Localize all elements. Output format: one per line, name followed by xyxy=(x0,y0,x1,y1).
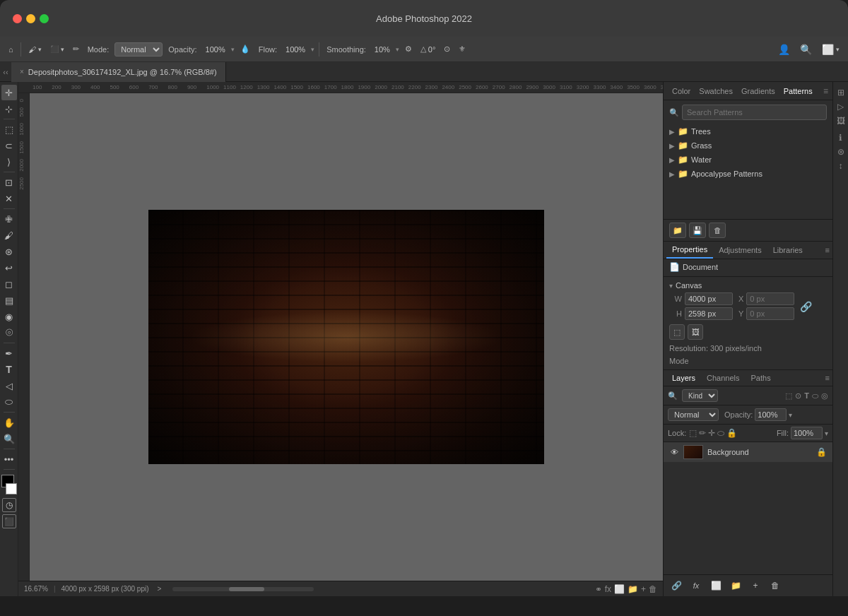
mask-icon[interactable]: ⬜ xyxy=(614,584,625,594)
workspace-menu[interactable]: ⬜ ▾ xyxy=(819,42,842,57)
hand-tool[interactable]: ✋ xyxy=(1,415,17,430)
lock-artboard-icon[interactable]: ⬭ xyxy=(717,428,724,438)
tab-properties[interactable]: Properties xyxy=(666,242,713,259)
delete-pattern-btn[interactable]: 🗑 xyxy=(709,223,726,238)
lock-transparent-icon[interactable]: ⬚ xyxy=(689,428,697,438)
link-chain-icon[interactable]: ⚭ xyxy=(595,584,602,594)
save-pattern-btn[interactable]: 💾 xyxy=(689,223,706,238)
filter-smart-icon[interactable]: ◎ xyxy=(821,391,828,401)
tab-color[interactable]: Color xyxy=(668,84,695,98)
artboard-tool[interactable]: ⊹ xyxy=(1,101,17,117)
tab-swatches[interactable]: Swatches xyxy=(695,84,737,98)
close-button[interactable] xyxy=(13,14,22,23)
layer-fx-btn[interactable]: fx xyxy=(688,578,705,593)
opacity-input[interactable] xyxy=(755,408,787,421)
right-icon-5[interactable]: ⊛ xyxy=(835,146,847,158)
y-input[interactable] xyxy=(746,307,794,320)
panel-collapse[interactable]: ‹‹ xyxy=(0,62,11,81)
quick-mask-icon[interactable]: ◷ xyxy=(2,498,16,512)
home-button[interactable]: ⌂ xyxy=(6,44,16,55)
properties-panel-menu[interactable]: ≡ xyxy=(825,246,830,254)
smoothing-settings[interactable]: ⚙ xyxy=(402,43,415,55)
brush-tool[interactable]: 🖌 xyxy=(1,227,17,243)
pattern-group-grass[interactable]: ▶ 📁 Grass xyxy=(664,138,832,153)
document-tab[interactable]: × Depositphotos_306174192_XL.jpg @ 16.7%… xyxy=(11,62,226,82)
patterns-panel-menu[interactable]: ≡ xyxy=(823,86,828,96)
lasso-tool[interactable]: ⊂ xyxy=(1,138,17,153)
layer-mask-btn[interactable]: ⬜ xyxy=(707,578,724,593)
frame-btn[interactable]: 🖼 xyxy=(688,324,703,340)
type-tool[interactable]: T xyxy=(1,362,17,377)
screen-mode-btn[interactable]: ⬛ xyxy=(2,514,16,528)
status-arrow[interactable]: > xyxy=(158,585,162,593)
new-layer-icon[interactable]: + xyxy=(641,584,646,594)
horizontal-scrollbar-track[interactable] xyxy=(172,587,314,591)
preset-picker[interactable]: ⬛ ▾ xyxy=(47,44,67,54)
color-selector[interactable] xyxy=(0,475,18,494)
history-brush[interactable]: ↩ xyxy=(1,260,17,276)
window-controls[interactable] xyxy=(0,14,49,23)
group-icon[interactable]: 📁 xyxy=(628,584,638,594)
search-button[interactable]: 🔍 xyxy=(797,42,815,57)
tab-close-button[interactable]: × xyxy=(20,68,24,76)
fill-input[interactable] xyxy=(791,427,823,439)
tab-layers[interactable]: Layers xyxy=(666,370,701,386)
lock-all-icon[interactable]: 🔒 xyxy=(726,428,737,438)
right-icon-1[interactable]: ⊞ xyxy=(835,86,847,99)
filter-type-icon[interactable]: T xyxy=(804,391,809,401)
layer-kind-select[interactable]: Kind xyxy=(682,389,718,402)
tab-libraries[interactable]: Libraries xyxy=(767,242,808,258)
artboard-btn[interactable]: ⬚ xyxy=(669,324,685,340)
pattern-group-trees[interactable]: ▶ 📁 Trees xyxy=(664,124,832,138)
tool-icon-btn[interactable]: ✏ xyxy=(70,43,82,55)
angle-tool[interactable]: △ 0° xyxy=(418,43,439,55)
right-icon-2[interactable]: ▷ xyxy=(835,100,847,113)
airbrush-toggle[interactable]: 💧 xyxy=(237,43,253,55)
healing-tool[interactable]: ✙ xyxy=(1,211,17,227)
blend-mode-select[interactable]: Normal Multiply Screen xyxy=(668,408,719,421)
quick-mask-btn[interactable]: ◷ xyxy=(2,498,16,512)
move-tool[interactable]: ✛ xyxy=(1,85,17,100)
link-proportions-icon[interactable]: 🔗 xyxy=(800,301,811,312)
pattern-group-apocalypse[interactable]: ▶ 📁 Apocalypse Patterns xyxy=(664,167,832,181)
opacity-value[interactable]: 100% xyxy=(203,44,228,55)
more-tools[interactable]: ••• xyxy=(1,451,17,467)
tab-channels[interactable]: Channels xyxy=(701,370,745,386)
pressure-tool[interactable]: ⊙ xyxy=(441,43,453,55)
layer-link-btn[interactable]: 🔗 xyxy=(668,578,685,593)
filter-adjust-icon[interactable]: ⊙ xyxy=(795,391,801,401)
background-color[interactable] xyxy=(6,483,17,494)
crop-tool[interactable]: ⊡ xyxy=(1,174,17,190)
smoothing-value[interactable]: 10% xyxy=(372,44,393,55)
pattern-group-water[interactable]: ▶ 📁 Water xyxy=(664,153,832,167)
lock-image-icon[interactable]: ✏ xyxy=(699,428,706,438)
flow-value[interactable]: 100% xyxy=(283,44,308,55)
tab-gradients[interactable]: Gradients xyxy=(737,84,779,98)
layer-item-background[interactable]: 👁 Background 🔒 xyxy=(664,442,832,462)
marquee-tool[interactable]: ⬚ xyxy=(1,122,17,137)
delete-layer-icon[interactable]: 🗑 xyxy=(649,584,657,594)
magic-wand-tool[interactable]: ⟩ xyxy=(1,154,17,170)
layers-panel-menu[interactable]: ≡ xyxy=(825,374,830,382)
pen-tool[interactable]: ✒ xyxy=(1,345,17,361)
layer-name-background[interactable]: Background xyxy=(707,448,812,456)
filter-pixel-icon[interactable]: ⬚ xyxy=(785,391,792,401)
fx-icon[interactable]: fx xyxy=(605,584,611,594)
dodge-tool[interactable]: ⦾ xyxy=(1,325,17,340)
layer-visibility-toggle[interactable]: 👁 xyxy=(669,447,679,457)
canvas-section-label[interactable]: ▾ Canvas xyxy=(664,278,832,291)
mode-select[interactable]: Normal Multiply Screen xyxy=(114,42,163,57)
tab-adjustments[interactable]: Adjustments xyxy=(713,242,767,258)
lock-position-icon[interactable]: ✛ xyxy=(708,428,715,438)
eyedropper-tool[interactable]: ✕ xyxy=(1,191,17,206)
new-folder-btn[interactable]: 📁 xyxy=(669,223,686,238)
right-icon-6[interactable]: ↕ xyxy=(835,160,847,172)
layer-new-btn[interactable]: + xyxy=(747,578,764,593)
path-selection-tool[interactable]: ◁ xyxy=(1,378,17,393)
shape-tool[interactable]: ⬭ xyxy=(1,394,17,410)
zoom-tool[interactable]: 🔍 xyxy=(1,431,17,446)
stamp-tool[interactable]: ⊛ xyxy=(1,244,17,259)
maximize-button[interactable] xyxy=(40,14,49,23)
right-icon-4[interactable]: ℹ xyxy=(835,131,847,144)
brush-tool-options[interactable]: 🖌 ▾ xyxy=(25,44,45,55)
